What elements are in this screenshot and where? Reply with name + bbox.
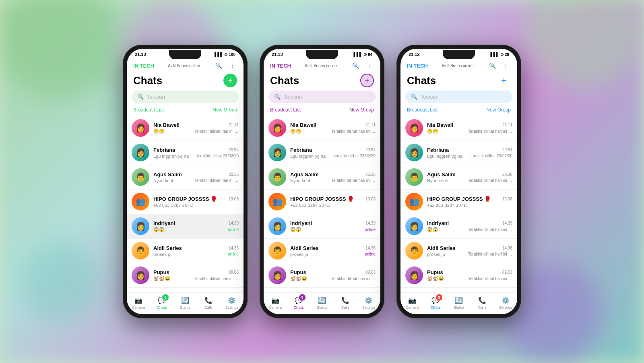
phone-2-chat-item-4[interactable]: 👩 Indriyani14.39 😱😱online <box>264 214 380 239</box>
phone-1-chat-item-2[interactable]: 👨 Agus Salim 20.36 Nyan keuh Terakhir di… <box>127 165 244 190</box>
phone-1-chat-item-1[interactable]: 👩 Febriana 20.54 Lgu inggreh yg na terak… <box>127 140 244 165</box>
phone-1-chats-badge: 5 <box>162 294 169 301</box>
phone-2-chat-list: 👩 Nia Bawell21.11 😁😁Terakhir dilihat har… <box>264 116 380 292</box>
phone-3-top-bar: IN TECH Aidil Series online 🔍 ⋮ <box>400 58 517 72</box>
phone-3-status-icon: 🔄 <box>454 296 463 305</box>
phone-3-search-bar-icon: 🔍 <box>411 94 417 100</box>
phone-3-more-icon[interactable]: ⋮ <box>501 61 511 70</box>
phone-1-search-bar[interactable]: 🔍 Telusuri <box>132 91 239 103</box>
phone-2-chat-time-1: 20.54 <box>365 148 376 152</box>
phone-1-battery: 100 <box>229 52 235 57</box>
phone-2-broadcast-label[interactable]: Broadcast List <box>270 107 301 113</box>
phone-3-broadcast-label[interactable]: Broadcast List <box>407 107 438 113</box>
phone-2-chat-title: Chats <box>270 74 299 87</box>
phone-2-chat-item-2[interactable]: 👨 Agus Salim20.36 Nyan keuhTerakhir dili… <box>264 165 380 190</box>
phone-3-wifi: ⊙ <box>500 52 504 57</box>
phone-1-nav-camera[interactable]: 📷 Camera <box>130 296 147 309</box>
phone-2-search-bar[interactable]: 🔍 Telusuri <box>268 91 376 103</box>
phone-1-nav-status[interactable]: 🔄 Status <box>177 296 193 309</box>
phone-1-chat-time-0: 21.11 <box>229 123 239 127</box>
phone-1-search-input[interactable]: Telusuri <box>147 94 165 100</box>
phone-1-chat-item-3[interactable]: 👥 HIPO GROUP JOSSSS 🥊 19.08 +62 853-3287… <box>127 190 244 214</box>
phone-2-chat-info-2: Agus Salim20.36 Nyan keuhTerakhir diliha… <box>290 171 376 183</box>
phone-2-chat-item-1[interactable]: 👩 Febriana20.54 Lgu inggreh yg naterakhi… <box>264 140 380 165</box>
phone-1-nav-calls[interactable]: 📞 Calls <box>200 296 217 309</box>
phone-1-chat-preview-2: Nyan keuh <box>153 178 194 183</box>
phone-3-chat-item-4[interactable]: 👩 Indriyani14.39 😱😱Terakhir dilihat hari… <box>400 214 517 239</box>
phone-1-search-icon[interactable]: 🔍 <box>214 61 223 70</box>
phone-3-nav-settings[interactable]: ⚙️ Settings <box>497 296 514 309</box>
phone-1-new-group[interactable]: New Group <box>213 107 237 113</box>
phone-3-new-group[interactable]: New Group <box>486 107 511 113</box>
phone-2-search-icon[interactable]: 🔍 <box>351 61 360 70</box>
phone-1-chat-list: 👩 Nia Bawell 21.11 😁😁 Terakhir dilihat h… <box>127 116 244 292</box>
phone-1-nav-settings[interactable]: ⚙️ Settings <box>224 296 240 309</box>
phone-3-settings-label: Settings <box>499 305 512 309</box>
phone-2-chat-item-3[interactable]: 👥 HIPO GROUP JOSSSS 🥊19.08 +62 853-3287-… <box>264 190 380 214</box>
phone-2-chat-name-5: Aidil Series <box>290 245 319 251</box>
phone-3-chat-item-2[interactable]: 👨 Agus Salim20.36 Nyan keuhTerakhir dili… <box>400 165 517 190</box>
phone-2-avatar-6: 👩 <box>268 266 286 284</box>
phone-2-add-button[interactable]: + <box>360 74 374 87</box>
phone-3-search-bar[interactable]: 🔍 Telusuri <box>405 91 512 103</box>
phone-3-nav-calls[interactable]: 📞 Calls <box>474 296 490 309</box>
phone-3-chat-time-0: 21.11 <box>502 123 512 127</box>
phone-1-status-icons: ▌▌▌ ⊙ 100 <box>215 52 235 57</box>
phone-3-chat-info-5: Aidil Series14.36 proses juTerakhir dili… <box>427 245 512 257</box>
phone-3-nav-camera[interactable]: 📷 Camera <box>404 296 420 309</box>
phone-3-notch <box>443 50 475 59</box>
phone-2-nav-camera[interactable]: 📷 Camera <box>267 296 283 309</box>
phone-2-nav-status[interactable]: 🔄 Status <box>314 296 330 309</box>
phone-1-broadcast-label[interactable]: Broadcast List <box>133 107 164 113</box>
phone-3-chat-item-0[interactable]: 👩 Nia Bawell21.11 😁😁Terakhir dilihat har… <box>400 116 517 140</box>
phone-3-search-input[interactable]: Telusuri <box>421 94 439 100</box>
phone-1-nav-chats[interactable]: 💬 5 Chats <box>154 296 170 309</box>
phone-3-chat-item-6[interactable]: 👩 Pupus09.03 🐒🐒😅Terakhir dilihat hari in… <box>400 263 517 288</box>
phone-2-nav-settings[interactable]: ⚙️ Settings <box>361 296 377 309</box>
phone-2-signal: ▌▌▌ <box>354 52 362 57</box>
phone-2-avatar-3: 👥 <box>268 193 286 210</box>
phone-3-chat-item-3[interactable]: 👥 HIPO GROUP JOSSSS 🥊19.08 +62 853-3287-… <box>400 190 517 214</box>
phone-1-name-row-6: Pupus 09.03 <box>153 269 239 275</box>
phone-1-chat-item-0[interactable]: 👩 Nia Bawell 21.11 😁😁 Terakhir dilihat h… <box>127 116 244 140</box>
phone-2-chat-time-4: 14.39 <box>365 221 376 225</box>
phone-2-nav-calls[interactable]: 📞 Calls <box>337 296 353 309</box>
phone-3-chat-item-5[interactable]: 👨 Aidil Series14.36 proses juTerakhir di… <box>400 239 517 263</box>
phone-3-signal: ▌▌▌ <box>491 52 499 57</box>
phone-2-nav-chats[interactable]: 💬 5 Chats <box>291 296 307 309</box>
phone-1-chat-item-6[interactable]: 👩 Pupus 09.03 🐒🐒😅 Terakhir dilihat hari … <box>127 263 244 288</box>
phone-1-chat-item-4[interactable]: 👩 Indriyani 14.39 😱😱 online <box>127 214 244 239</box>
phone-3-chat-status-0: Terakhir dilihat hari ini pukul 21.10 <box>468 129 512 134</box>
phone-2-chat-item-5[interactable]: 👨 Aidil Series14.36 proses juonline <box>264 239 380 263</box>
phone-2-chat-status-6: Terakhir dilihat hari ini pukul 14.29 <box>331 276 376 281</box>
phone-3-nav-status[interactable]: 🔄 Status <box>451 296 467 309</box>
phone-3-search-icon[interactable]: 🔍 <box>487 61 497 70</box>
phone-3-chat-preview-6: 🐒🐒😅 <box>427 276 468 281</box>
phone-1-chat-item-5[interactable]: 👨 Aidil Series 14.36 proses ju online <box>127 239 244 263</box>
phone-2-chat-item-6[interactable]: 👩 Pupus09.03 🐒🐒😅Terakhir dilihat hari in… <box>264 263 380 288</box>
phone-2-chat-name-3: HIPO GROUP JOSSSS 🥊 <box>290 196 354 202</box>
phone-3-chat-name-2: Agus Salim <box>427 171 456 177</box>
phone-1-wrapper: 21.13 ▌▌▌ ⊙ 100 IN TECH Aidil Series onl… <box>123 45 248 318</box>
phone-3-chat-item-1[interactable]: 👩 Febriana20.54 Lgu inggreh yg naterakhi… <box>400 140 517 165</box>
phone-3-broadcast-actions: New Group <box>486 107 511 113</box>
phone-2-new-group[interactable]: New Group <box>349 107 374 113</box>
phone-3-chat-name-5: Aidil Series <box>427 245 456 251</box>
phone-2-online-status: Aidil Series online <box>305 64 337 68</box>
phone-3-chat-info-2: Agus Salim20.36 Nyan keuhTerakhir diliha… <box>427 171 512 183</box>
phone-2-chat-item-0[interactable]: 👩 Nia Bawell21.11 😁😁Terakhir dilihat har… <box>264 116 380 140</box>
phone-3-nav-chats[interactable]: 💬 5 Chats <box>427 296 444 309</box>
phone-1-chat-status-2: Terakhir dilihat hari ini pukul 21.04 <box>194 178 239 183</box>
phone-1-more-icon[interactable]: ⋮ <box>227 61 237 70</box>
phone-2-avatar-5: 👨 <box>268 242 286 260</box>
phone-3-add-button[interactable]: + <box>497 74 511 87</box>
phone-3: 21.12 ▌▌▌ ⊙ 29 IN TECH Aidil Series onli… <box>396 45 521 318</box>
phone-2-chat-time-2: 20.36 <box>365 172 376 177</box>
phone-2-chat-status-0: Terakhir dilihat hari ini pukul 21.10 <box>331 129 376 134</box>
phone-2-search-input[interactable]: Telusuri <box>284 94 302 100</box>
phone-1-add-button[interactable]: + <box>223 74 237 87</box>
phone-3-calls-icon: 📞 <box>478 296 487 305</box>
phone-1-broadcast-row: Broadcast List New Group <box>127 106 244 116</box>
phone-2-more-icon[interactable]: ⋮ <box>364 61 374 70</box>
phone-2-avatar-4: 👩 <box>268 217 286 235</box>
